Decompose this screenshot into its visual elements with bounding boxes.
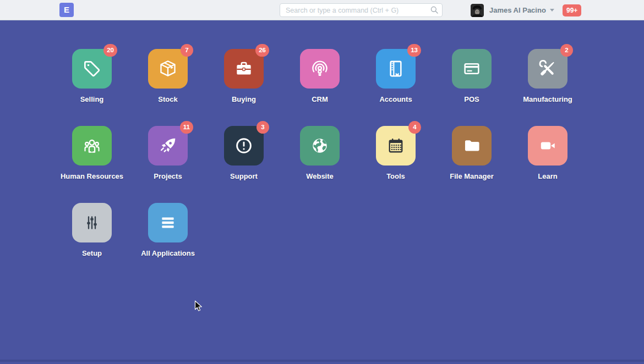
module-badge-count: 3 <box>256 121 269 134</box>
rocket-icon <box>157 135 178 156</box>
module-badge-count: 26 <box>255 44 269 57</box>
calendar-icon <box>385 135 406 156</box>
module-label[interactable]: Accounts <box>379 95 412 103</box>
broadcast-icon <box>309 58 330 79</box>
module-tile-website[interactable] <box>300 126 340 166</box>
notifications-badge[interactable]: 99+ <box>563 4 581 16</box>
module-cell-website: Website <box>282 126 358 203</box>
menu-icon <box>157 212 178 233</box>
module-badge-count: 13 <box>407 44 421 57</box>
navbar-search <box>280 3 443 17</box>
module-tile-manufacturing[interactable]: 2 <box>528 49 567 89</box>
module-label[interactable]: POS <box>464 95 479 103</box>
desk-bottom-edge <box>0 360 644 362</box>
user-name[interactable]: James Al Pacino <box>489 6 546 14</box>
module-tile-tools[interactable]: 4 <box>376 126 416 166</box>
desk-background: 20Selling7Stock26BuyingCRM13AccountsPOS2… <box>0 20 644 362</box>
module-cell-crm: CRM <box>282 49 358 126</box>
module-badge-count: 11 <box>180 121 193 134</box>
search-input[interactable] <box>280 3 443 17</box>
module-tile-crm[interactable] <box>300 49 340 89</box>
module-label[interactable]: Setup <box>82 249 102 257</box>
package-icon <box>157 58 178 79</box>
module-badge-count: 2 <box>560 44 573 57</box>
module-cell-tools: 4Tools <box>358 126 434 203</box>
module-label[interactable]: Projects <box>154 172 182 180</box>
globe-icon <box>309 135 330 156</box>
module-label[interactable]: CRM <box>312 95 328 103</box>
module-cell-setup: Setup <box>54 203 130 280</box>
module-cell-human-resources: Human Resources <box>54 126 130 203</box>
briefcase-icon <box>233 58 254 79</box>
navbar: E James Al Pacino 99+ <box>0 0 644 20</box>
module-label[interactable]: Selling <box>80 95 104 103</box>
module-tile-file-manager[interactable] <box>452 126 492 166</box>
module-label[interactable]: Human Resources <box>61 172 123 180</box>
module-cell-all-applications: All Applications <box>130 203 206 280</box>
module-cell-learn: Learn <box>510 126 586 203</box>
module-cell-projects: 11Projects <box>130 126 206 203</box>
module-label[interactable]: Tools <box>386 172 405 180</box>
video-camera-icon <box>537 135 558 156</box>
module-cell-manufacturing: 2Manufacturing <box>510 49 586 126</box>
module-label[interactable]: Manufacturing <box>523 95 572 103</box>
module-tile-human-resources[interactable] <box>72 126 112 166</box>
module-cell-stock: 7Stock <box>130 49 206 126</box>
module-badge-count: 7 <box>181 44 193 57</box>
module-label[interactable]: Support <box>230 172 258 180</box>
module-tile-all-applications[interactable] <box>148 203 188 242</box>
sliders-icon <box>81 212 102 233</box>
module-tile-pos[interactable] <box>452 49 492 89</box>
module-tile-stock[interactable]: 7 <box>148 49 188 89</box>
module-tile-buying[interactable]: 26 <box>224 49 264 89</box>
tools-icon <box>537 58 558 79</box>
modules-grid: 20Selling7Stock26BuyingCRM13AccountsPOS2… <box>54 49 588 280</box>
module-label[interactable]: Buying <box>232 95 256 103</box>
module-label[interactable]: Stock <box>158 95 177 103</box>
module-label[interactable]: Website <box>306 172 334 180</box>
module-label[interactable]: File Manager <box>450 172 493 180</box>
issue-opened-icon <box>233 135 254 156</box>
tag-icon <box>81 58 102 79</box>
module-cell-accounts: 13Accounts <box>358 49 434 126</box>
module-tile-support[interactable]: 3 <box>224 126 264 166</box>
book-icon <box>385 58 406 79</box>
folder-icon <box>461 135 482 156</box>
module-label[interactable]: Learn <box>538 172 557 180</box>
search-icon[interactable] <box>429 5 439 15</box>
module-badge-count: 4 <box>408 121 421 134</box>
desk-screen: { "navbar": { "logo_text": "E", "logo_co… <box>0 0 644 364</box>
user-menu[interactable]: James Al Pacino <box>471 0 554 20</box>
caret-down-icon <box>550 9 554 12</box>
module-cell-pos: POS <box>434 49 510 126</box>
module-badge-count: 20 <box>103 44 117 57</box>
module-cell-support: 3Support <box>206 126 282 203</box>
user-photo[interactable] <box>471 4 484 17</box>
module-tile-learn[interactable] <box>528 126 567 166</box>
organization-icon <box>81 135 102 156</box>
credit-card-icon <box>461 58 482 79</box>
module-tile-accounts[interactable]: 13 <box>376 49 416 89</box>
module-cell-file-manager: File Manager <box>434 126 510 203</box>
module-tile-selling[interactable]: 20 <box>72 49 112 89</box>
module-tile-projects[interactable]: 11 <box>148 126 188 166</box>
app-logo[interactable]: E <box>59 3 74 17</box>
module-tile-setup[interactable] <box>72 203 112 242</box>
module-label[interactable]: All Applications <box>141 249 195 257</box>
module-cell-buying: 26Buying <box>206 49 282 126</box>
module-cell-selling: 20Selling <box>54 49 130 126</box>
